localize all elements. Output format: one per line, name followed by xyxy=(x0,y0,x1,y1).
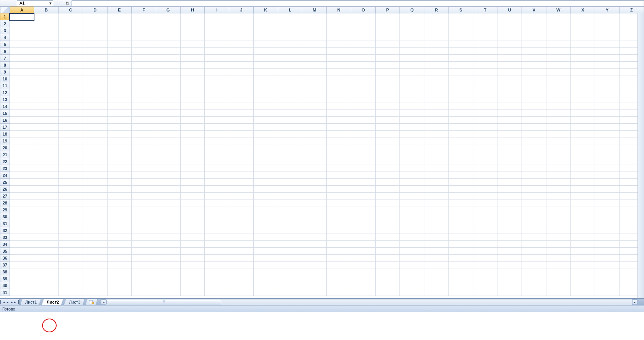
cell[interactable] xyxy=(400,117,424,124)
cell[interactable] xyxy=(351,27,375,34)
cell[interactable] xyxy=(10,186,34,193)
cell[interactable] xyxy=(522,179,546,186)
cell[interactable] xyxy=(180,248,205,255)
cell[interactable] xyxy=(448,241,473,248)
cell[interactable] xyxy=(229,82,254,89)
cell[interactable] xyxy=(424,193,449,199)
cell[interactable] xyxy=(278,241,302,248)
cell[interactable] xyxy=(448,41,473,48)
cell[interactable] xyxy=(10,75,34,82)
cell[interactable] xyxy=(156,144,181,151)
row-header[interactable]: 4 xyxy=(0,34,10,41)
cell[interactable] xyxy=(497,117,522,124)
cell[interactable] xyxy=(302,124,327,131)
cell[interactable] xyxy=(107,275,132,282)
cell[interactable] xyxy=(34,213,59,220)
cell[interactable] xyxy=(302,206,327,213)
cell[interactable] xyxy=(571,206,595,213)
cell[interactable] xyxy=(448,227,473,234)
column-header[interactable]: C xyxy=(59,7,83,13)
cell[interactable] xyxy=(132,89,156,96)
cell[interactable] xyxy=(497,206,522,213)
cell[interactable] xyxy=(229,241,254,248)
cell[interactable] xyxy=(522,172,546,179)
cell[interactable] xyxy=(107,117,132,124)
cell[interactable] xyxy=(180,34,205,41)
cell[interactable] xyxy=(497,75,522,82)
cell[interactable] xyxy=(400,75,424,82)
cell[interactable] xyxy=(180,220,205,227)
cell[interactable] xyxy=(10,255,34,262)
cell[interactable] xyxy=(180,282,205,289)
cell[interactable] xyxy=(497,27,522,34)
cell[interactable] xyxy=(375,234,400,241)
cell[interactable] xyxy=(400,241,424,248)
cell[interactable] xyxy=(205,282,229,289)
cell[interactable] xyxy=(473,96,497,103)
cell[interactable] xyxy=(595,124,620,131)
cell[interactable] xyxy=(59,193,83,199)
cell[interactable] xyxy=(522,151,546,158)
cell[interactable] xyxy=(302,117,327,124)
cell[interactable] xyxy=(448,62,473,69)
cell[interactable] xyxy=(375,220,400,227)
cell[interactable] xyxy=(156,117,181,124)
cell[interactable] xyxy=(278,137,302,144)
cell[interactable] xyxy=(180,255,205,262)
cell[interactable] xyxy=(10,41,34,48)
cell[interactable] xyxy=(205,193,229,199)
cell[interactable] xyxy=(522,34,546,41)
cell[interactable] xyxy=(448,48,473,55)
cell[interactable] xyxy=(278,69,302,75)
cell[interactable] xyxy=(253,34,278,41)
cell[interactable] xyxy=(473,34,497,41)
cell[interactable] xyxy=(375,131,400,137)
cell[interactable] xyxy=(327,289,351,296)
column-header[interactable]: Y xyxy=(595,7,620,13)
cell[interactable] xyxy=(327,62,351,69)
cell[interactable] xyxy=(253,55,278,62)
cell[interactable] xyxy=(546,234,571,241)
cell[interactable] xyxy=(473,144,497,151)
cell[interactable] xyxy=(522,137,546,144)
cell[interactable] xyxy=(400,282,424,289)
cell[interactable] xyxy=(83,34,107,41)
cell[interactable] xyxy=(448,55,473,62)
cell[interactable] xyxy=(229,41,254,48)
cell[interactable] xyxy=(59,220,83,227)
cell[interactable] xyxy=(546,186,571,193)
cell[interactable] xyxy=(34,289,59,296)
cell[interactable] xyxy=(497,89,522,96)
cell[interactable] xyxy=(546,75,571,82)
cell[interactable] xyxy=(132,62,156,69)
cell[interactable] xyxy=(400,193,424,199)
cell[interactable] xyxy=(522,289,546,296)
cell[interactable] xyxy=(156,27,181,34)
cell[interactable] xyxy=(107,172,132,179)
cell[interactable] xyxy=(497,13,522,20)
cell[interactable] xyxy=(107,268,132,275)
cell[interactable] xyxy=(278,34,302,41)
cell[interactable] xyxy=(132,234,156,241)
cell[interactable] xyxy=(400,144,424,151)
cell[interactable] xyxy=(34,117,59,124)
cell[interactable] xyxy=(10,165,34,172)
cell[interactable] xyxy=(156,193,181,199)
cell[interactable] xyxy=(327,275,351,282)
cell[interactable] xyxy=(132,268,156,275)
cell[interactable] xyxy=(156,20,181,27)
cell[interactable] xyxy=(229,48,254,55)
cell[interactable] xyxy=(156,234,181,241)
cell[interactable] xyxy=(473,275,497,282)
cell[interactable] xyxy=(132,117,156,124)
cell[interactable] xyxy=(34,144,59,151)
cell[interactable] xyxy=(351,48,375,55)
sheet-nav-last-icon[interactable]: ▸▕ xyxy=(15,300,18,304)
cell[interactable] xyxy=(83,158,107,165)
cell[interactable] xyxy=(351,193,375,199)
cell[interactable] xyxy=(351,62,375,69)
cell[interactable] xyxy=(571,165,595,172)
cell[interactable] xyxy=(180,48,205,55)
cell[interactable] xyxy=(180,206,205,213)
cell[interactable] xyxy=(253,103,278,110)
